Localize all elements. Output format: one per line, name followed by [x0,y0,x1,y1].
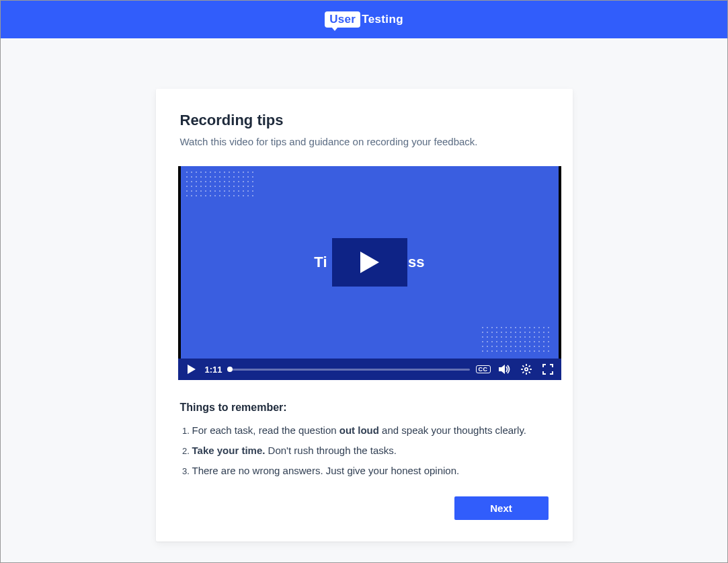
gear-icon [521,364,532,375]
top-bar: User Testing [1,1,727,38]
list-item: There are no wrong answers. Just give yo… [192,463,549,478]
tips-list: For each task, read the question out lou… [180,423,549,478]
action-row: Next [180,496,549,520]
play-small-button[interactable] [185,363,198,376]
video-canvas: Ti ess [181,166,559,359]
decoration-dots [185,170,255,198]
svg-line-8 [522,365,524,367]
page-title: Recording tips [180,112,549,129]
list-item: For each task, read the question out lou… [192,423,549,438]
list-item: Take your time. Don't rush through the t… [192,443,549,458]
video-duration: 1:11 [205,365,223,375]
main-content: Recording tips Watch this video for tips… [1,38,727,541]
svg-point-3 [524,368,527,371]
svg-marker-1 [188,365,196,374]
page-subtitle: Watch this video for tips and guidance o… [180,136,549,147]
volume-icon [499,364,511,375]
svg-line-9 [528,372,530,373]
play-button[interactable] [332,238,407,287]
svg-line-10 [522,372,524,373]
tips-heading: Things to remember: [180,402,549,414]
play-icon [188,365,196,374]
svg-marker-2 [499,365,505,374]
captions-button[interactable]: CC [477,363,490,376]
cc-icon: CC [476,365,491,373]
svg-marker-0 [360,252,379,273]
play-icon [360,252,379,273]
volume-button[interactable] [498,363,512,376]
fullscreen-icon [542,364,553,375]
video-player[interactable]: Ti ess 1:11 [178,166,561,380]
next-button[interactable]: Next [454,496,549,520]
video-control-bar: 1:11 CC [178,359,561,380]
fullscreen-button[interactable] [541,363,555,376]
decoration-dots [481,326,551,353]
brand-logo-user: User [325,11,360,28]
video-progress-bar[interactable] [229,369,470,371]
content-card: Recording tips Watch this video for tips… [156,89,573,541]
brand-logo-testing: Testing [362,13,403,26]
svg-line-11 [528,365,530,367]
settings-button[interactable] [520,363,533,376]
brand-logo: User Testing [325,11,403,28]
